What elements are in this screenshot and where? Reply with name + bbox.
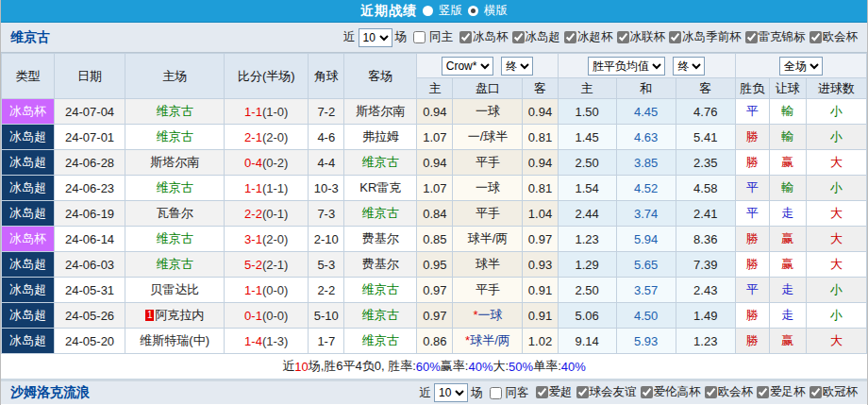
league-checkbox[interactable] bbox=[536, 386, 548, 398]
score-cell: 1-4(1-3) bbox=[225, 329, 309, 354]
handicap-state-select[interactable]: 终 bbox=[501, 57, 533, 76]
horizontal-layout-radio[interactable] bbox=[468, 6, 478, 16]
team-link[interactable]: 斯塔尔南 bbox=[356, 104, 405, 118]
away-team-cell: 维京古 bbox=[344, 278, 417, 303]
handicap-away-odds-cell: 0.94 bbox=[523, 99, 558, 125]
handicap-line-cell: 一/球半 bbox=[453, 125, 523, 150]
team-link[interactable]: 贝雷达比 bbox=[150, 282, 199, 296]
team-link[interactable]: 维京古 bbox=[362, 308, 399, 322]
league-checkbox[interactable] bbox=[564, 31, 576, 43]
league-checkbox[interactable] bbox=[641, 386, 653, 398]
team-link[interactable]: 维京古 bbox=[157, 231, 193, 245]
score-cell: 5-2(2-1) bbox=[225, 252, 309, 278]
team-link[interactable]: 1阿克拉内 bbox=[145, 308, 204, 322]
team-link[interactable]: 维京古 bbox=[362, 206, 399, 220]
league-checkbox[interactable] bbox=[459, 31, 472, 43]
team-link-away[interactable]: 沙姆洛克流浪 bbox=[10, 384, 90, 401]
avg-away-odds-cell: 2.43 bbox=[676, 278, 735, 303]
scope-select[interactable]: 全场 bbox=[779, 57, 823, 76]
home-team-cell: 1阿克拉内 bbox=[125, 303, 225, 329]
team-link[interactable]: 维京古 bbox=[157, 180, 193, 194]
half-score: (0-1) bbox=[262, 207, 288, 221]
handicap-away-odds-cell: 0.94 bbox=[523, 150, 558, 176]
col-header-score: 比分(半场) bbox=[225, 54, 309, 99]
stat-segment: 10 bbox=[294, 360, 308, 374]
result-goals-cell: 小 bbox=[806, 278, 866, 303]
near-label: 近 bbox=[343, 29, 356, 45]
match-date-cell: 24-07-04 bbox=[55, 99, 125, 125]
away-team-cell: 维京古 bbox=[344, 303, 417, 329]
league-checkbox[interactable] bbox=[810, 31, 822, 43]
handicap-line-cell: 球半/两 bbox=[453, 227, 523, 252]
handicap-line-cell: 平手 bbox=[453, 278, 523, 303]
handicap-line-cell: 一球 bbox=[453, 176, 523, 201]
team-link[interactable]: 维京古 bbox=[157, 129, 193, 143]
team-link[interactable]: 维京古 bbox=[362, 333, 399, 347]
handicap-home-odds-cell: 1.07 bbox=[417, 125, 453, 150]
results-table: 类型 日期 主场 比分(半场) 角球 客场 Crow* 终 胜平负均值 终 全场 bbox=[1, 53, 867, 354]
avg-home-odds-cell: 2.50 bbox=[558, 150, 616, 176]
handicap-away-odds-cell: 1.04 bbox=[523, 201, 558, 227]
result-handicap-cell: 輸 bbox=[769, 176, 806, 201]
result-goals-cell: 小 bbox=[806, 125, 866, 150]
team-link[interactable]: 维斯特瑞(中) bbox=[140, 333, 209, 347]
result-goals-cell: 大 bbox=[806, 201, 866, 227]
team-link[interactable]: 费基尔 bbox=[362, 257, 399, 271]
same-venue-checkbox[interactable] bbox=[413, 31, 426, 43]
stat-segment: 60% bbox=[416, 360, 441, 374]
league-checkbox[interactable] bbox=[576, 386, 589, 398]
match-date-cell: 24-06-03 bbox=[55, 252, 125, 278]
league-type-cell: 冰岛超 bbox=[2, 252, 55, 278]
handicap-away-odds-cell: 0.93 bbox=[523, 252, 558, 278]
full-score: 5-2 bbox=[244, 258, 262, 272]
result-wdl-cell: 平 bbox=[735, 176, 769, 201]
team-link[interactable]: 维京古 bbox=[362, 282, 399, 296]
same-venue-checkbox-bottom[interactable] bbox=[490, 387, 502, 399]
match-row: 冰岛杯24-07-04维京古1-1(1-0)7-2斯塔尔南0.94一球0.941… bbox=[2, 99, 867, 125]
avg-away-odds-cell: 8.36 bbox=[676, 227, 735, 252]
team-link[interactable]: 维京古 bbox=[362, 155, 399, 169]
team-link[interactable]: KR雷克 bbox=[359, 180, 401, 194]
league-checkbox-label: 冰岛季前杯 bbox=[682, 29, 742, 45]
score-cell: 0-1(0-0) bbox=[225, 303, 309, 329]
league-checkbox[interactable] bbox=[512, 31, 525, 43]
stat-segment: 近 bbox=[282, 358, 294, 375]
near-label: 近 bbox=[420, 385, 432, 401]
result-wdl-cell: 平 bbox=[735, 278, 769, 303]
subcol-avg-draw: 和 bbox=[616, 78, 676, 99]
match-count-select-bottom[interactable]: 10 bbox=[434, 383, 468, 402]
avg-odds-select[interactable]: 胜平负均值 bbox=[588, 57, 665, 76]
subcol-avg-away: 客 bbox=[676, 78, 735, 99]
team-link[interactable]: 费基尔 bbox=[362, 231, 399, 245]
vertical-layout-label[interactable]: 竖版 bbox=[439, 3, 462, 19]
home-team-cell: 斯塔尔南 bbox=[125, 150, 225, 176]
league-checkbox[interactable] bbox=[705, 386, 717, 398]
team-link[interactable]: 维京古 bbox=[157, 257, 193, 271]
handicap-home-odds-cell: 0.97 bbox=[417, 278, 453, 303]
team-link[interactable]: 维京古 bbox=[157, 104, 193, 118]
league-checkbox[interactable] bbox=[617, 31, 629, 43]
team-link[interactable]: 斯塔尔南 bbox=[150, 155, 199, 169]
team-link-home[interactable]: 维京古 bbox=[10, 29, 50, 46]
league-checkbox[interactable] bbox=[669, 31, 681, 43]
team-link[interactable]: 弗拉姆 bbox=[362, 129, 399, 143]
horizontal-layout-label[interactable]: 横版 bbox=[484, 3, 508, 19]
match-count-select[interactable]: 10 bbox=[359, 28, 392, 47]
result-goals-cell: 小 bbox=[806, 176, 866, 201]
bookmaker-select[interactable]: Crow* bbox=[442, 57, 493, 76]
team-link[interactable]: 瓦鲁尔 bbox=[157, 206, 193, 220]
col-header-home: 主场 bbox=[125, 54, 225, 99]
league-type-cell: 冰岛超 bbox=[2, 303, 55, 329]
league-checkbox[interactable] bbox=[757, 386, 769, 398]
result-handicap-cell: 赢 bbox=[769, 150, 806, 176]
full-score: 2-1 bbox=[244, 130, 262, 144]
subcol-crow-away: 客 bbox=[523, 78, 558, 99]
avg-away-odds-cell: 1.49 bbox=[676, 303, 735, 329]
league-checkbox[interactable] bbox=[745, 31, 758, 43]
avg-state-select[interactable]: 终 bbox=[673, 57, 705, 76]
handicap-away-odds-cell: 0.81 bbox=[523, 176, 558, 201]
vertical-layout-radio[interactable] bbox=[423, 6, 433, 16]
result-handicap-cell: 走 bbox=[769, 303, 806, 329]
league-checkbox[interactable] bbox=[810, 386, 822, 398]
same-venue-label: 同主 bbox=[429, 29, 453, 45]
